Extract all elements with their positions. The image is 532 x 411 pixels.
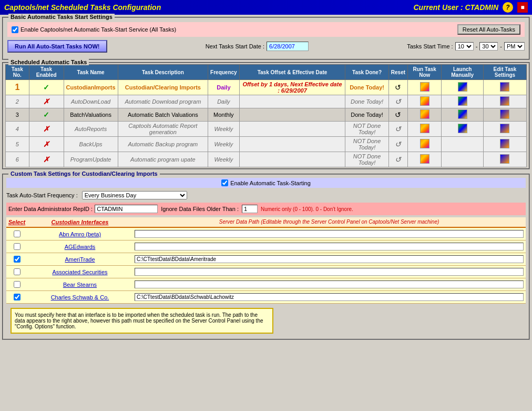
reset-icon[interactable]: ↺: [395, 111, 401, 119]
task-done: NOT Done Today!: [345, 152, 389, 167]
col-enabled: Task Enabled: [29, 65, 64, 80]
freq-text: Daily: [217, 84, 230, 91]
task-launch-cell: [442, 152, 483, 167]
done-text: Done Today!: [350, 84, 384, 91]
task-run-cell: [408, 80, 442, 95]
enable-all-tasks-checkbox[interactable]: [12, 26, 18, 33]
run-now-icon[interactable]: [420, 96, 429, 106]
custodian-check-cell: [6, 230, 27, 237]
checkmark-icon: ✓: [43, 83, 49, 92]
custodian-path-input[interactable]: [135, 293, 524, 301]
task-name: BackUps: [64, 137, 118, 152]
edit-icon[interactable]: [500, 82, 509, 92]
tasks-time-label: Tasks Start Time :: [407, 43, 453, 49]
edit-icon[interactable]: [500, 154, 509, 164]
edit-icon[interactable]: [500, 96, 509, 106]
edit-icon[interactable]: [500, 109, 509, 119]
run-all-btn[interactable]: Run All Auto-Start Tasks NOW!: [7, 40, 107, 53]
custodian-name-link[interactable]: Associated Securities: [52, 269, 107, 275]
tooltip-text: You must specify here that an interface …: [15, 312, 263, 329]
col-done: Task Done?: [345, 65, 389, 80]
custodian-name-cell: Associated Securities: [27, 269, 132, 275]
custodian-name-link[interactable]: Bear Stearns: [63, 282, 97, 288]
col-offset: Task Offset & Effective Date: [239, 65, 345, 80]
edit-icon[interactable]: [500, 139, 509, 148]
task-enabled: ✓: [29, 108, 64, 122]
ignore-input[interactable]: [242, 205, 258, 213]
custodian-checkbox[interactable]: [14, 268, 21, 275]
custodian-path-input[interactable]: [135, 280, 524, 288]
time-min-select[interactable]: 30 00 15 45: [479, 42, 498, 51]
task-edit-cell: [483, 80, 526, 95]
task-desc: Automatic Batch Valuations: [118, 108, 208, 122]
custodian-check-cell: [6, 256, 27, 263]
help-icon[interactable]: ?: [503, 2, 513, 13]
task-run-cell: [408, 95, 442, 108]
next-date-label: Next Tasks Start Date :: [206, 43, 264, 49]
custodian-path-input[interactable]: [135, 255, 524, 263]
task-name: AutoDownLoad: [64, 95, 118, 108]
task-freq: Daily: [208, 95, 240, 108]
task-launch-cell: [442, 122, 483, 137]
task-name: AutoReports: [64, 122, 118, 137]
time-hour-select[interactable]: 10 11 12: [455, 42, 474, 51]
custodian-path-input[interactable]: [135, 230, 524, 238]
launch-icon[interactable]: [458, 82, 467, 92]
run-now-icon[interactable]: [420, 82, 429, 92]
task-reset-cell: ↺: [388, 137, 407, 152]
custodian-path-cell: [132, 254, 526, 264]
task-reset-cell: ↺: [388, 152, 407, 167]
custodian-name-link[interactable]: AmeriTrade: [65, 256, 95, 263]
custodian-checkbox[interactable]: [14, 256, 21, 263]
run-now-icon[interactable]: [420, 154, 429, 164]
task-done: Done Today!: [345, 95, 389, 108]
task-edit-cell: [483, 122, 526, 137]
task-name-text: CustodianImports: [66, 84, 116, 91]
col-reset: Reset: [388, 65, 407, 80]
task-enabled: ✗: [29, 137, 64, 152]
task-offset: [239, 137, 345, 152]
task-offset: [239, 95, 345, 108]
custodian-checkbox[interactable]: [14, 294, 21, 300]
custodian-check-cell: [6, 281, 27, 288]
edit-icon[interactable]: [500, 124, 509, 133]
ignore-label: Ignore Data Files Older Than :: [161, 206, 239, 212]
run-now-icon[interactable]: [420, 124, 429, 133]
task-desc: Custodian/Clearing Imports: [118, 80, 208, 95]
reset-all-btn[interactable]: Reset All Auto-Tasks: [457, 24, 520, 35]
custodian-path-input[interactable]: [135, 268, 524, 276]
launch-icon[interactable]: [458, 124, 467, 133]
reset-icon[interactable]: ↺: [395, 125, 401, 133]
bottom-area: You must specify here that an interface …: [8, 306, 524, 336]
run-now-icon[interactable]: [420, 109, 429, 119]
custodian-name-link[interactable]: Charles Schwab & Co.: [51, 294, 109, 300]
launch-icon[interactable]: [458, 96, 467, 106]
rep-id-input[interactable]: [95, 205, 158, 213]
reset-icon[interactable]: ↺: [395, 97, 401, 106]
reset-icon[interactable]: ↺: [395, 140, 401, 148]
enable-auto-checkbox[interactable]: [221, 179, 228, 186]
custodian-path-cell: [132, 267, 526, 277]
close-button[interactable]: ■: [517, 2, 528, 13]
reset-icon[interactable]: ↺: [395, 83, 401, 92]
custodian-checkbox[interactable]: [14, 243, 21, 250]
task-run-cell: [408, 108, 442, 122]
numeric-hint: Numeric only (0 - 100). 0 - Don't Ignore…: [261, 206, 353, 212]
enable-checkbox-row: Enable Captools/net Automatic Task-Start…: [7, 22, 525, 37]
custodian-name-link[interactable]: AGEdwards: [65, 244, 96, 250]
run-now-icon[interactable]: [420, 139, 429, 148]
custodian-checkbox[interactable]: [14, 230, 21, 237]
launch-icon[interactable]: [458, 109, 467, 119]
custodian-checkbox[interactable]: [14, 281, 21, 288]
custodian-name-link[interactable]: Abn Amro (beta): [59, 231, 101, 237]
custodian-path-input[interactable]: [135, 243, 524, 250]
custodian-name-cell: AmeriTrade: [27, 256, 132, 263]
cross-icon: ✗: [43, 140, 49, 148]
task-name: ProgramUpdate: [64, 152, 118, 167]
task-reset-cell: ↺: [388, 80, 407, 95]
freq-select[interactable]: Every Business Day Every Day Every Week …: [82, 191, 187, 199]
reset-icon[interactable]: ↺: [395, 155, 401, 164]
time-ampm-select[interactable]: PM AM: [504, 42, 525, 51]
table-row: 5✗BackUpsAutomatic Backup programWeeklyN…: [6, 137, 527, 152]
custodian-header: Select Custodian Interfaces Server Data …: [6, 217, 526, 228]
